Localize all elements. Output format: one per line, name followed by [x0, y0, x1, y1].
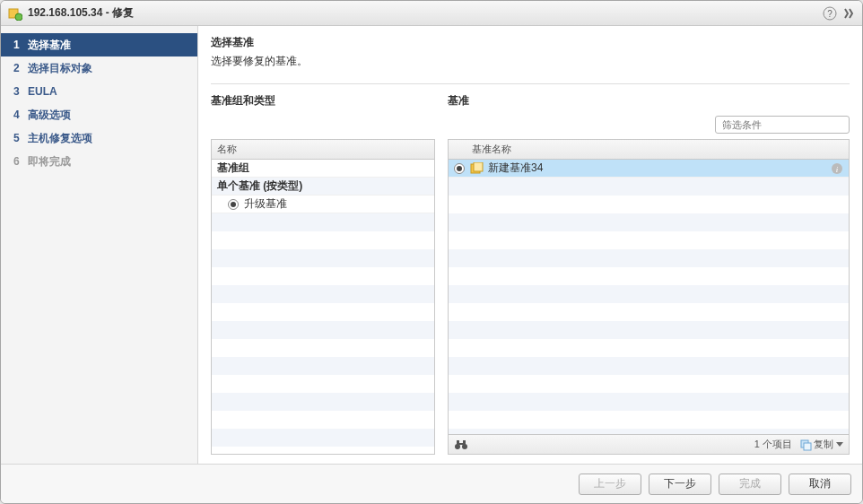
row-label: 基准组	[217, 161, 249, 176]
panels: 基准组和类型 名称 基准组 单个基准 (按类型)	[211, 93, 850, 455]
baseline-icon	[470, 162, 484, 175]
panel-title: 基准	[448, 93, 850, 109]
next-button[interactable]: 下一步	[649, 474, 711, 495]
step-label: 选择基准	[28, 38, 71, 53]
svg-rect-12	[457, 440, 459, 445]
radio-upgrade-baseline[interactable]	[228, 199, 239, 210]
step-num: 1	[13, 39, 28, 51]
finish-button: 完成	[719, 474, 781, 495]
svg-rect-7	[474, 162, 483, 171]
dialog-body: 1 选择基准 2 选择目标对象 3 EULA 4 高级选项 5 主机修复选项 6…	[1, 26, 862, 464]
filter-input[interactable]	[722, 119, 846, 130]
app-icon	[8, 6, 22, 21]
step-label: 即将完成	[28, 154, 71, 169]
svg-text:?: ?	[827, 9, 832, 19]
wizard-step-3[interactable]: 3 EULA	[1, 80, 197, 103]
page-header: 选择基准 选择要修复的基准。	[211, 35, 850, 69]
baseline-type-panel: 基准组和类型 名称 基准组 单个基准 (按类型)	[211, 93, 435, 455]
step-num: 4	[13, 109, 28, 121]
button-bar: 上一步 下一步 完成 取消	[1, 464, 862, 503]
back-button: 上一步	[579, 474, 641, 495]
step-num: 3	[13, 85, 28, 98]
help-icon[interactable]: ?	[823, 6, 837, 21]
row-label: 单个基准 (按类型)	[217, 178, 302, 194]
wizard-step-1[interactable]: 1 选择基准	[1, 33, 197, 56]
svg-rect-14	[459, 443, 463, 445]
baseline-row[interactable]: 新建基准34 i	[449, 160, 849, 178]
radio-col	[454, 143, 472, 156]
wizard-step-2[interactable]: 2 选择目标对象	[1, 56, 197, 80]
divider	[211, 83, 850, 84]
filter-input-wrapper[interactable]	[715, 116, 850, 134]
find-icon[interactable]	[454, 439, 468, 451]
step-label: 主机修复选项	[28, 131, 92, 146]
wizard-step-6: 6 即将完成	[1, 150, 197, 173]
remediate-dialog: 192.168.105.34 - 修复 ? 1 选择基准 2 选择目标对象 3 …	[0, 0, 863, 504]
step-num: 5	[13, 132, 28, 144]
baseline-type-grid: 名称 基准组 单个基准 (按类型) 升级基准	[211, 139, 435, 455]
wizard-sidebar: 1 选择基准 2 选择目标对象 3 EULA 4 高级选项 5 主机修复选项 6…	[1, 26, 198, 464]
filter-row	[448, 114, 850, 135]
baseline-group-row[interactable]: 基准组	[212, 160, 434, 178]
step-label: 高级选项	[28, 108, 71, 123]
svg-point-1	[15, 13, 22, 21]
panel-title: 基准组和类型	[211, 93, 435, 109]
col-name: 基准名称	[472, 143, 511, 156]
copy-icon	[799, 439, 812, 451]
individual-baseline-row[interactable]: 单个基准 (按类型)	[212, 178, 434, 196]
cancel-button[interactable]: 取消	[789, 474, 851, 495]
spacer-row	[211, 114, 435, 135]
expand-icon[interactable]	[842, 7, 855, 20]
row-label: 升级基准	[244, 196, 287, 212]
step-num: 2	[13, 62, 28, 74]
page-subtitle: 选择要修复的基准。	[211, 54, 850, 69]
grid-body: 基准组 单个基准 (按类型) 升级基准	[212, 160, 434, 454]
wizard-step-5[interactable]: 5 主机修复选项	[1, 126, 197, 150]
baseline-panel: 基准 基准名称	[448, 93, 850, 455]
content-area: 选择基准 选择要修复的基准。 基准组和类型 名称 基准组	[198, 26, 862, 464]
spacer	[211, 455, 850, 464]
upgrade-baseline-row[interactable]: 升级基准	[212, 196, 434, 213]
info-icon[interactable]: i	[831, 162, 843, 175]
step-label: EULA	[28, 85, 57, 98]
page-title: 选择基准	[211, 35, 850, 50]
grid-body: 新建基准34 i	[449, 160, 849, 434]
grid-header: 基准名称	[449, 140, 849, 160]
step-label: 选择目标对象	[28, 61, 92, 76]
copy-button[interactable]: 复制	[799, 438, 843, 451]
wizard-step-4[interactable]: 4 高级选项	[1, 103, 197, 126]
copy-label: 复制	[814, 438, 833, 451]
radio-baseline[interactable]	[454, 163, 465, 174]
grid-header: 名称	[212, 140, 434, 160]
svg-rect-16	[804, 443, 811, 450]
step-num: 6	[13, 155, 28, 168]
baseline-name: 新建基准34	[488, 161, 543, 176]
svg-rect-13	[463, 440, 466, 445]
baseline-grid: 基准名称 新建基准34 i 1 个项目	[448, 139, 850, 455]
titlebar: 192.168.105.34 - 修复 ?	[1, 1, 862, 26]
grid-footer: 1 个项目 复制	[449, 434, 849, 454]
item-count: 1 个项目	[754, 438, 792, 451]
chevron-down-icon[interactable]	[836, 442, 843, 447]
window-title: 192.168.105.34 - 修复	[28, 5, 823, 21]
